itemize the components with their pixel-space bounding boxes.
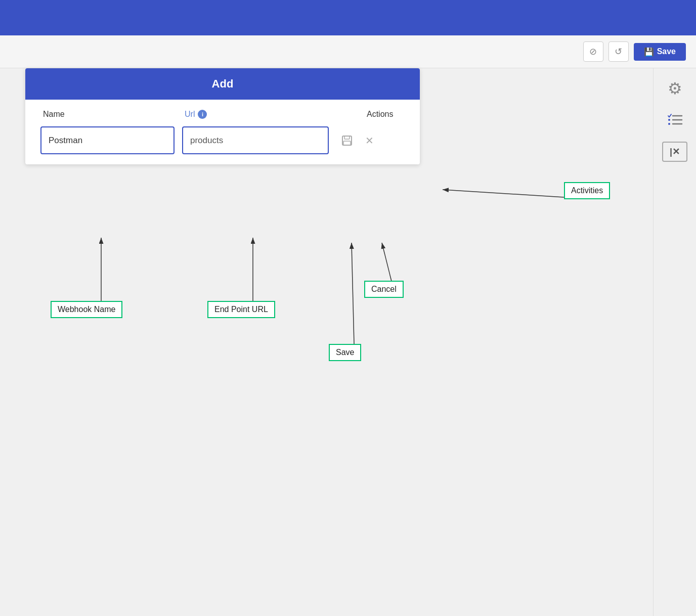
url-column-header: Url i: [185, 110, 336, 119]
activities-icon: [667, 113, 683, 130]
name-column-header: Name: [43, 110, 185, 119]
stop-button[interactable]: ⊘: [583, 41, 603, 62]
svg-point-6: [668, 119, 670, 121]
webhook-name-input[interactable]: [40, 126, 175, 154]
save-button[interactable]: 💾 Save: [634, 43, 686, 61]
toolbar: ⊘ ↺ 💾 Save: [0, 35, 696, 68]
cancel-row-button[interactable]: ✕: [361, 133, 377, 149]
main-panel: Add Name Url i Actions: [25, 68, 420, 164]
actions-column-header: Actions: [367, 110, 393, 119]
right-sidebar: ⚙ |✕: [653, 68, 696, 616]
svg-line-11: [382, 243, 392, 283]
top-header: [0, 0, 696, 35]
input-row: ✕: [40, 126, 405, 154]
svg-point-7: [668, 123, 670, 125]
gear-icon: ⚙: [668, 79, 682, 98]
add-header: Add: [25, 68, 420, 100]
info-icon: i: [198, 110, 207, 119]
svg-rect-2: [343, 141, 351, 145]
svg-line-12: [443, 190, 564, 197]
close-sidebar-button[interactable]: |✕: [662, 142, 687, 162]
webhook-name-annotation: Webhook Name: [51, 301, 122, 318]
close-icon: |✕: [670, 146, 680, 157]
end-point-url-input[interactable]: [182, 126, 329, 154]
column-headers: Name Url i Actions: [40, 110, 405, 119]
end-point-url-annotation: End Point URL: [207, 301, 275, 318]
save-annotation: Save: [329, 344, 361, 361]
settings-button[interactable]: ⚙: [662, 76, 687, 101]
activities-annotation: Activities: [564, 182, 610, 199]
activities-button[interactable]: [662, 109, 687, 134]
svg-line-10: [352, 243, 354, 344]
save-label: Save: [657, 47, 676, 56]
action-icons: ✕: [339, 133, 377, 149]
save-icon: 💾: [644, 47, 654, 57]
history-button[interactable]: ↺: [608, 41, 629, 62]
save-row-button[interactable]: [339, 133, 355, 149]
table-section: Name Url i Actions: [25, 100, 420, 164]
cancel-annotation: Cancel: [364, 281, 404, 298]
